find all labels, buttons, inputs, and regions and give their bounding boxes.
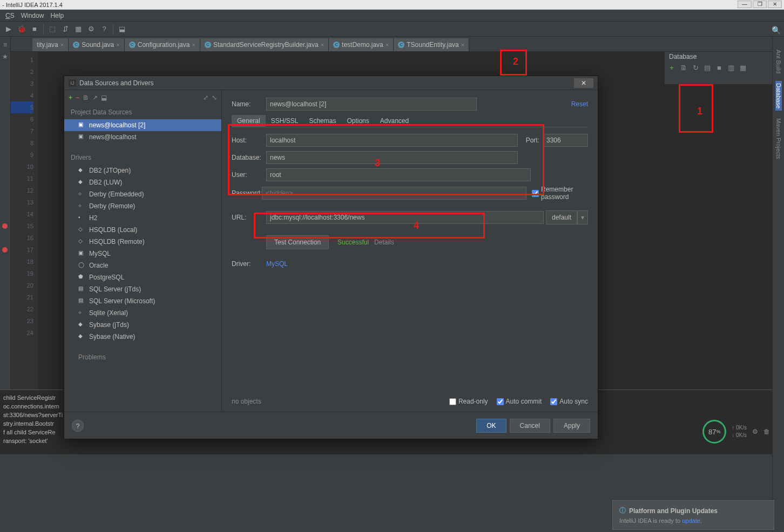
tab-general[interactable]: General	[232, 115, 266, 127]
port-input[interactable]	[543, 134, 588, 147]
close-icon[interactable]: ×	[386, 42, 389, 48]
stop-icon[interactable]: ■	[29, 24, 40, 35]
gear-icon[interactable]: ⚙	[752, 428, 758, 435]
maven-tab[interactable]: Maven Projects	[775, 116, 782, 161]
autocommit-checkbox[interactable]: Auto commit	[497, 398, 542, 405]
reset-link[interactable]: Reset	[571, 100, 588, 108]
tool-icon[interactable]: ⬓	[117, 24, 127, 35]
editor-tab[interactable]: CtestDemo.java×	[329, 38, 394, 51]
autosync-checkbox[interactable]: Auto sync	[550, 398, 588, 405]
tool-icon[interactable]: ⇵	[60, 24, 71, 35]
driver-item[interactable]: ◆Sybase (jTds)	[64, 319, 221, 331]
add-icon[interactable]: +	[69, 94, 72, 101]
driver-item[interactable]: ▤SQL Server (Microsoft)	[64, 295, 221, 307]
search-icon[interactable]: 🔍	[772, 26, 781, 35]
test-connection-button[interactable]: Test Connection	[266, 235, 329, 249]
breakpoint[interactable]: 15	[11, 220, 33, 232]
driver-item[interactable]: ◇HSQLDB (Remote)	[64, 236, 221, 248]
dialog-close-button[interactable]: ✕	[574, 78, 593, 88]
password-input[interactable]	[262, 187, 526, 200]
minimize-button[interactable]: —	[738, 1, 752, 8]
tool-icon[interactable]: ▦	[73, 24, 84, 35]
dialog-titlebar[interactable]: IJ Data Sources and Drivers ✕	[64, 76, 598, 90]
tab-options[interactable]: Options	[341, 115, 374, 127]
menu-window[interactable]: Window	[18, 11, 48, 21]
url-input[interactable]	[266, 211, 544, 224]
db-tool-icon[interactable]: ▥	[726, 64, 736, 73]
driver-item[interactable]: ◆DB2 (LUW)	[64, 176, 221, 188]
tab-sshssl[interactable]: SSH/SSL	[266, 115, 304, 127]
tab-schemas[interactable]: Schemas	[303, 115, 341, 127]
maximize-button[interactable]: ❐	[753, 1, 767, 8]
editor-tab[interactable]: tity.java×	[32, 38, 69, 51]
editor-tab[interactable]: CStandardServiceRegistryBuilder.java×	[200, 38, 329, 51]
data-source-item[interactable]: ▣news@localhost	[64, 131, 221, 143]
driver-item[interactable]: ◆Sybase (Native)	[64, 331, 221, 343]
driver-item[interactable]: ⟐Derby (Remote)	[64, 200, 221, 212]
close-icon[interactable]: ×	[321, 42, 324, 48]
driver-item[interactable]: ◆DB2 (JTOpen)	[64, 165, 221, 176]
copy-icon[interactable]: 🗎	[83, 94, 89, 101]
driver-item[interactable]: ◇HSQLDB (Local)	[64, 224, 221, 236]
driver-item[interactable]: ⟐Sqlite (Xerial)	[64, 307, 221, 319]
close-button[interactable]: ✕	[768, 1, 782, 8]
driver-link[interactable]: MySQL	[266, 260, 288, 268]
problems-item[interactable]: Problems	[64, 350, 221, 364]
db-tool-icon[interactable]: ▦	[738, 64, 748, 73]
help-icon[interactable]: ?	[72, 420, 84, 432]
cpu-meter[interactable]: 87%	[702, 420, 726, 444]
driver-item[interactable]: ◯Oracle	[64, 260, 221, 271]
apply-button[interactable]: Apply	[553, 419, 590, 433]
menu-vcs[interactable]: CS	[2, 11, 18, 21]
db-tool-icon[interactable]: 🗎	[679, 64, 688, 73]
menu-help[interactable]: Help	[47, 11, 67, 21]
editor-tab[interactable]: CTSoundEntity.java×	[394, 38, 469, 51]
expand-icon[interactable]: ⤢	[203, 94, 208, 101]
structure-icon[interactable]: ≡	[3, 41, 7, 49]
tab-advanced[interactable]: Advanced	[375, 115, 414, 127]
favorites-icon[interactable]: ★	[2, 53, 8, 60]
add-icon[interactable]: +	[667, 64, 677, 73]
close-icon[interactable]: ×	[116, 42, 119, 48]
tool-icon[interactable]: ↗	[92, 94, 98, 101]
editor-tab[interactable]: CSound.java×	[69, 38, 124, 51]
driver-item[interactable]: ⟐Derby (Embedded)	[64, 188, 221, 200]
tool-icon[interactable]: 🗑	[763, 428, 770, 435]
update-notification[interactable]: ⓘPlatform and Plugin Updates IntelliJ ID…	[612, 500, 774, 530]
tool-icon[interactable]: ⬓	[101, 94, 107, 101]
run-icon[interactable]: ▶	[3, 24, 14, 35]
url-mode-select[interactable]: default	[546, 210, 577, 224]
database-input[interactable]	[266, 151, 518, 164]
db-tool-icon[interactable]: ▤	[702, 64, 712, 73]
close-icon[interactable]: ×	[461, 42, 464, 48]
close-icon[interactable]: ×	[60, 42, 64, 48]
driver-item[interactable]: ▣MySQL	[64, 248, 221, 260]
remember-password-checkbox[interactable]: Remember password	[532, 186, 588, 201]
cancel-button[interactable]: Cancel	[510, 419, 550, 433]
ant-build-tab[interactable]: Ant Build	[775, 47, 782, 76]
ok-button[interactable]: OK	[476, 419, 506, 433]
breakpoint[interactable]: 17	[11, 244, 33, 256]
close-icon[interactable]: ×	[192, 42, 195, 48]
update-link[interactable]: update	[682, 517, 700, 524]
database-tab[interactable]: Database	[775, 81, 782, 111]
line-gutter[interactable]: 1 2 3 4 5 6 7 8 9 10 11 12 13 14 15 16 1…	[11, 52, 38, 390]
host-input[interactable]	[266, 134, 518, 147]
db-tool-icon[interactable]: ■	[714, 64, 724, 73]
tool-icon[interactable]: ⬚	[47, 24, 58, 35]
user-input[interactable]	[266, 168, 531, 181]
collapse-icon[interactable]: ⤡	[212, 94, 217, 101]
driver-item[interactable]: ⬟PostgreSQL	[64, 271, 221, 283]
editor-tab[interactable]: CConfiguration.java×	[125, 38, 200, 51]
help-icon[interactable]: ?	[99, 24, 110, 35]
data-source-item[interactable]: ▣news@localhost [2]	[64, 119, 221, 131]
refresh-icon[interactable]: ↻	[691, 64, 700, 73]
readonly-checkbox[interactable]: Read-only	[449, 398, 488, 405]
name-input[interactable]	[266, 98, 477, 111]
driver-item[interactable]: ▪H2	[64, 212, 221, 224]
chevron-down-icon[interactable]: ▾	[577, 210, 588, 224]
tool-icon[interactable]: ⚙	[86, 24, 97, 35]
details-link[interactable]: Details	[374, 238, 394, 246]
remove-icon[interactable]: −	[76, 94, 79, 101]
debug-icon[interactable]: 🐞	[16, 24, 27, 35]
